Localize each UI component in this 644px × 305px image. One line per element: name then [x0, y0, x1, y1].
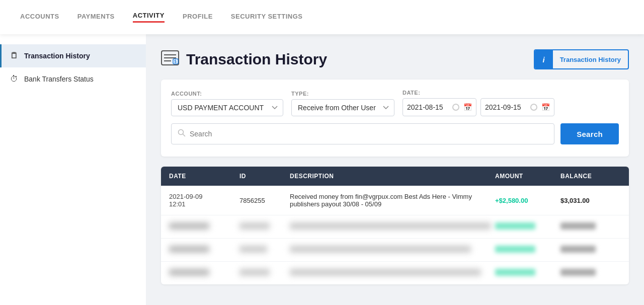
calendar-to-icon[interactable]: 📅 — [541, 103, 550, 111]
date-to-input[interactable] — [485, 103, 530, 111]
cell-balance-4 — [560, 269, 621, 277]
type-select[interactable]: Receive from Other User — [291, 99, 394, 116]
cell-desc-4 — [290, 269, 495, 277]
table-header: DATE ID DESCRIPTION AMOUNT BALANCE — [161, 167, 629, 186]
cell-balance-1: $3,031.00 — [560, 197, 621, 204]
nav-payments[interactable]: PAYMENTS — [77, 13, 115, 22]
account-filter-group: ACCOUNT: USD PAYMENT ACCOUNT — [171, 91, 283, 116]
bank-transfers-icon: ⏱ — [10, 74, 18, 84]
cell-amount-2 — [495, 222, 560, 231]
info-icon: i — [535, 50, 553, 68]
cell-amount-4 — [495, 269, 560, 277]
cell-id-1: 7856255 — [239, 197, 290, 204]
page-title-group: $ Transaction History — [161, 50, 327, 69]
cell-desc-2 — [290, 222, 495, 231]
nav-accounts[interactable]: ACCOUNTS — [20, 13, 59, 22]
filter-card: ACCOUNT: USD PAYMENT ACCOUNT TYPE: Recei… — [161, 80, 629, 157]
cell-desc-3 — [290, 246, 495, 254]
th-id: ID — [239, 173, 290, 180]
account-select[interactable]: USD PAYMENT ACCOUNT — [171, 99, 283, 116]
cell-date-4 — [169, 269, 239, 277]
sidebar-item-bank-transfers-label: Bank Transfers Status — [24, 75, 94, 83]
date-from-radio[interactable] — [452, 104, 459, 111]
main-layout: 🗒 Transaction History ⏱ Bank Transfers S… — [0, 34, 644, 305]
svg-line-7 — [183, 134, 185, 136]
type-label: TYPE: — [291, 91, 394, 97]
date-filter-group: DATE: 📅 📅 — [403, 90, 554, 116]
nav-profile[interactable]: PROFILE — [183, 13, 213, 22]
transaction-history-icon: 🗒 — [10, 51, 18, 60]
date-inputs: 📅 📅 — [403, 98, 554, 116]
sidebar-item-bank-transfers-status[interactable]: ⏱ Bank Transfers Status — [0, 67, 146, 91]
sidebar: 🗒 Transaction History ⏱ Bank Transfers S… — [0, 34, 146, 305]
main-content: $ Transaction History i Transaction Hist… — [146, 34, 644, 305]
page-title-icon: $ — [161, 50, 179, 69]
cell-balance-2 — [560, 222, 621, 231]
search-icon — [178, 129, 186, 139]
table-row: 2021-09-0912:01 7856255 Received money f… — [161, 186, 629, 215]
cell-date-3 — [169, 246, 239, 254]
th-amount: AMOUNT — [495, 173, 560, 180]
th-date: DATE — [169, 173, 239, 180]
info-button[interactable]: i Transaction History — [534, 49, 629, 69]
table-row — [161, 239, 629, 262]
calendar-from-icon[interactable]: 📅 — [463, 103, 472, 111]
date-from-wrap: 📅 — [403, 98, 476, 116]
cell-id-4 — [239, 269, 290, 277]
date-label: DATE: — [403, 90, 554, 96]
account-label: ACCOUNT: — [171, 91, 283, 97]
info-button-label: Transaction History — [553, 56, 628, 63]
date-from-input[interactable] — [407, 103, 452, 111]
date-to-radio[interactable] — [530, 104, 537, 111]
filter-row-top: ACCOUNT: USD PAYMENT ACCOUNT TYPE: Recei… — [171, 90, 619, 116]
search-input[interactable] — [190, 130, 548, 138]
sidebar-item-transaction-history[interactable]: 🗒 Transaction History — [0, 44, 146, 67]
cell-date-1: 2021-09-0912:01 — [169, 193, 239, 208]
table-body: 2021-09-0912:01 7856255 Received money f… — [161, 186, 629, 284]
date-to-wrap: 📅 — [480, 98, 554, 116]
nav-security-settings[interactable]: SECURITY SETTINGS — [231, 13, 303, 22]
th-balance: BALANCE — [560, 173, 621, 180]
page-header: $ Transaction History i Transaction Hist… — [161, 49, 629, 69]
search-button[interactable]: Search — [560, 123, 619, 144]
page-title: Transaction History — [186, 51, 327, 68]
cell-date-2 — [169, 222, 239, 231]
cell-balance-3 — [560, 246, 621, 254]
sidebar-item-transaction-history-label: Transaction History — [24, 52, 90, 60]
nav-activity[interactable]: ACTIVITY — [133, 12, 165, 23]
cell-amount-3 — [495, 246, 560, 254]
search-input-wrap — [171, 123, 554, 144]
cell-amount-1: +$2,580.00 — [495, 197, 560, 204]
cell-id-3 — [239, 246, 290, 254]
table-row — [161, 215, 629, 239]
cell-desc-1: Received money from fin@vgrpux.com Best … — [290, 193, 495, 208]
search-row: Search — [171, 123, 619, 144]
cell-id-2 — [239, 222, 290, 231]
table-row — [161, 262, 629, 284]
transaction-table: DATE ID DESCRIPTION AMOUNT BALANCE 2021-… — [161, 167, 629, 284]
th-description: DESCRIPTION — [290, 173, 495, 180]
top-navigation: ACCOUNTS PAYMENTS ACTIVITY PROFILE SECUR… — [0, 0, 644, 34]
type-filter-group: TYPE: Receive from Other User — [291, 91, 394, 116]
svg-text:$: $ — [174, 59, 177, 64]
